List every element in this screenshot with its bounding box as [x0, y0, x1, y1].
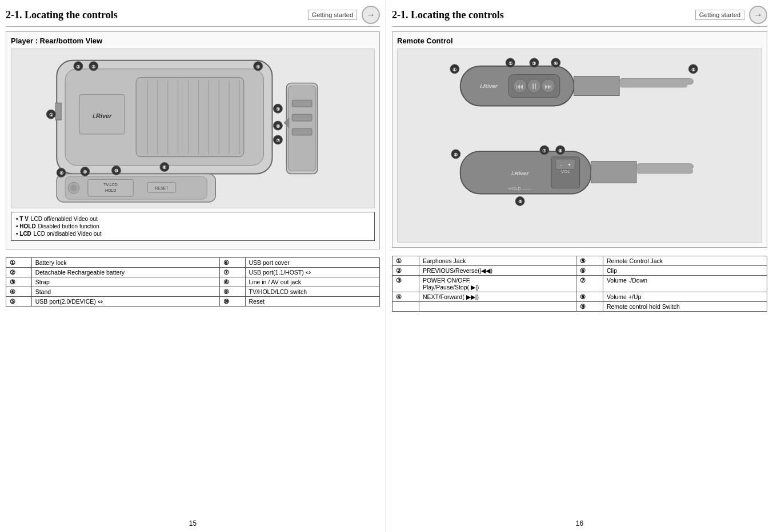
left-getting-started: Getting started	[308, 10, 357, 20]
remote-label-4: NEXT/Forward( ▶▶|)	[419, 292, 576, 302]
remote-section: Remote Control ⏮ ⏸ ⏭ i.River	[392, 31, 767, 248]
svg-text:RESET: RESET	[155, 186, 169, 190]
svg-text:-: -	[560, 162, 562, 168]
remote-num-9: ⑨	[576, 302, 603, 312]
remote-label-8: Volume +/Up	[603, 292, 767, 302]
svg-text:HOLD: HOLD	[105, 188, 116, 192]
remote-num-1: ①	[392, 256, 419, 266]
remote-label-7: Volume -/Down	[603, 276, 767, 292]
svg-text:TV-LCD: TV-LCD	[103, 183, 118, 187]
svg-rect-39	[65, 176, 207, 199]
svg-rect-78	[636, 168, 693, 174]
left-next-arrow[interactable]: →	[362, 6, 380, 24]
svg-rect-34	[292, 100, 312, 107]
remote-label-blank	[419, 302, 576, 312]
parts-row-1: ① Battery lock ⑥ USB port cover	[6, 258, 380, 268]
player-diagram: i.River ② ③ ④ ① ⑤ ⑥ ⑦	[11, 49, 375, 208]
svg-rect-82	[556, 159, 575, 170]
svg-rect-15	[55, 103, 61, 120]
right-next-arrow[interactable]: →	[749, 6, 767, 24]
svg-text:①: ①	[49, 112, 53, 118]
svg-text:⑨: ⑨	[83, 170, 87, 175]
player-section-title: Player : Rear/bottom View	[11, 37, 375, 45]
right-getting-started: Getting started	[695, 10, 744, 20]
remote-num-6: ⑥	[576, 266, 603, 276]
remote-num-4: ④	[392, 292, 419, 302]
remote-label-3: POWER ON/OFF, Play/Pause/Stop( ▶|)	[419, 276, 576, 292]
parts-label-4: Stand	[31, 287, 219, 297]
remote-num-3: ③	[392, 276, 419, 292]
svg-text:④: ④	[256, 65, 260, 70]
remote-diagram: ⏮ ⏸ ⏭ i.River ① ② ③ ④ ⑤	[397, 49, 762, 243]
remote-label-5: Remote Control Jack	[603, 256, 767, 266]
svg-text:②: ②	[508, 61, 512, 66]
remote-parts-row-1: ① Earphones Jack ⑤ Remote Control Jack	[392, 256, 767, 266]
svg-text:⑤: ⑤	[276, 107, 280, 112]
left-header: 2-1. Locating the controls Getting start…	[6, 6, 380, 27]
remote-parts-row-4: ④ NEXT/Forward( ▶▶|) ⑧ Volume +/Up	[392, 292, 767, 302]
svg-text:i.River: i.River	[93, 112, 112, 119]
right-page-title: 2-1. Locating the controls	[392, 9, 504, 21]
legend-desc-tv: LCD off/enabled Video out	[31, 216, 98, 222]
svg-text:③: ③	[91, 65, 95, 70]
svg-rect-35	[292, 114, 312, 121]
svg-text:①: ①	[452, 67, 456, 72]
svg-text:⑧: ⑧	[162, 165, 166, 170]
remote-num-7: ⑦	[576, 276, 603, 292]
remote-section-title: Remote Control	[397, 37, 762, 45]
remote-svg: ⏮ ⏸ ⏭ i.River ① ② ③ ④ ⑤	[398, 49, 762, 242]
parts-label-7: USB port(1.1/HOST) ⇔	[245, 268, 380, 277]
left-page: 2-1. Locating the controls Getting start…	[0, 0, 386, 532]
left-page-number: 15	[189, 519, 197, 527]
player-section: Player : Rear/bottom View	[6, 31, 380, 249]
remote-label-6: Clip	[603, 266, 767, 276]
svg-text:⑩: ⑩	[114, 168, 118, 174]
parts-label-9: TV/HOLD/LCD switch	[245, 287, 380, 297]
parts-label-3: Strap	[31, 277, 219, 287]
svg-rect-76	[591, 162, 636, 183]
legend-bullet-lcd: • LCD	[16, 231, 31, 237]
svg-rect-54	[574, 76, 620, 96]
parts-row-2: ② Detachable Rechargeable battery ⑦ USB …	[6, 268, 380, 277]
svg-text:⑦: ⑦	[276, 138, 280, 143]
parts-num-6: ⑥	[219, 258, 245, 268]
left-header-right: Getting started →	[308, 6, 380, 24]
remote-label-1: Earphones Jack	[419, 256, 576, 266]
svg-rect-36	[292, 128, 312, 135]
parts-table-right: ① Earphones Jack ⑤ Remote Control Jack ②…	[392, 256, 767, 312]
svg-text:HOLD ——: HOLD ——	[508, 186, 531, 191]
svg-text:⑤: ⑤	[691, 67, 695, 72]
remote-num-8: ⑧	[576, 292, 603, 302]
svg-text:⑨: ⑨	[518, 199, 522, 204]
legend-bullet-tv: • T V	[16, 216, 29, 222]
remote-label-2: PREVIOUS/Reverse(|◀◀)	[419, 266, 576, 276]
parts-num-5: ⑤	[6, 297, 32, 307]
right-page-number: 16	[576, 519, 583, 527]
parts-num-1: ①	[6, 258, 32, 268]
parts-label-2: Detachable Rechargeable battery	[31, 268, 219, 277]
parts-row-3: ③ Strap ⑧ Line in / AV out jack	[6, 277, 380, 287]
parts-label-5: USB port(2.0/DEVICE) ⇔	[31, 297, 219, 307]
svg-text:i.River: i.River	[511, 170, 530, 176]
remote-parts-row-3: ③ POWER ON/OFF, Play/Pause/Stop( ▶|) ⑦ V…	[392, 276, 767, 292]
parts-num-7: ⑦	[219, 268, 245, 277]
parts-num-4: ④	[6, 287, 32, 297]
parts-label-6: USB port cover	[245, 258, 380, 268]
svg-rect-2	[136, 78, 244, 157]
remote-parts-row-5: ⑨ Remote control hold Switch	[392, 302, 767, 312]
parts-num-10: ⑩	[219, 297, 245, 307]
svg-text:⑧: ⑧	[59, 171, 63, 176]
svg-text:⑥: ⑥	[454, 152, 458, 158]
parts-label-10: Reset	[245, 297, 380, 307]
legend-box: • T V LCD off/enabled Video out • HOLD D…	[11, 212, 375, 241]
left-page-title: 2-1. Locating the controls	[6, 9, 118, 21]
remote-parts-row-2: ② PREVIOUS/Reverse(|◀◀) ⑥ Clip	[392, 266, 767, 276]
legend-desc-hold: Disabled button function	[38, 223, 99, 229]
svg-text:②: ②	[76, 65, 80, 70]
svg-text:④: ④	[554, 61, 558, 66]
svg-text:⏸: ⏸	[530, 82, 538, 91]
parts-table-left: ① Battery lock ⑥ USB port cover ② Detach…	[6, 257, 380, 307]
remote-num-5: ⑤	[576, 256, 603, 266]
legend-row-lcd: • LCD LCD on/disabled Video out	[16, 231, 370, 237]
svg-text:+: +	[568, 162, 571, 168]
